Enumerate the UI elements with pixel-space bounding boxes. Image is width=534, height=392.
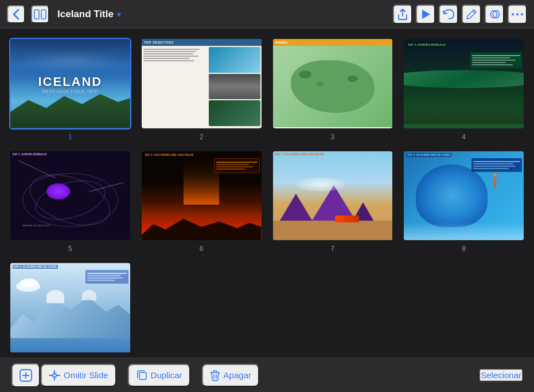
duplicate-label: Duplicar — [151, 370, 182, 380]
diamond-button[interactable] — [485, 5, 504, 24]
slide-item-8[interactable]: DAY 3: GLACIERS AND ICE CAVES — [403, 150, 525, 253]
svg-marker-2 — [422, 10, 430, 19]
slide-thumbnail-7: DAY 2: VOLCANOES AND LAVA FIELDS — [272, 150, 394, 242]
svg-point-7 — [521, 13, 523, 15]
slide-number-1: 1 — [68, 133, 72, 141]
slides-grid: ICELAND REYKJAVIK FIELD TRIP 1 TRIP OBJE… — [0, 29, 534, 358]
slide-item-6[interactable]: DAY 2: VOLCANOES AND LAVA FIELDS 6 — [141, 150, 263, 253]
slide-thumbnail-4: DAY 1: AURORA BOREALIS — [403, 38, 525, 130]
slide-item-9[interactable]: DAY 3: GLACIERS AND ICE CAVES — [9, 262, 131, 358]
svg-point-6 — [516, 13, 519, 15]
panel-toggle-button[interactable] — [31, 5, 49, 23]
bottom-center-actions: Omitir Slide Duplicar Apagar — [40, 364, 260, 387]
top-navigation: Iceland Title ▾ — [0, 0, 534, 29]
omit-slide-label: Omitir Slide — [64, 370, 108, 380]
toolbar-right — [393, 5, 527, 24]
slide-thumbnail-1: ICELAND REYKJAVIK FIELD TRIP — [9, 38, 131, 130]
select-button[interactable]: Selecionar — [480, 369, 523, 381]
more-button[interactable] — [508, 5, 527, 24]
select-label: Selecionar — [481, 370, 521, 380]
slide-number-5: 5 — [68, 245, 72, 253]
slide-thumbnail-2: TRIP OBJECTIVES — [141, 38, 263, 130]
slide-number-2: 2 — [200, 133, 204, 141]
share-button[interactable] — [393, 5, 412, 24]
add-slide-button[interactable] — [11, 363, 40, 387]
slide-item-3[interactable]: AGENDA 3 — [272, 38, 394, 141]
title-area[interactable]: Iceland Title ▾ — [57, 9, 121, 20]
slide-number-8: 8 — [462, 245, 466, 253]
svg-rect-1 — [41, 10, 46, 19]
svg-rect-0 — [34, 10, 39, 19]
slide-thumbnail-6: DAY 2: VOLCANOES AND LAVA FIELDS — [141, 150, 263, 242]
slide-item-4[interactable]: DAY 1: AURORA BOREALIS 4 — [403, 38, 525, 141]
play-button[interactable] — [416, 5, 435, 24]
slide-thumbnail-9: DAY 3: GLACIERS AND ICE CAVES — [9, 262, 131, 354]
slide-thumbnail-8: DAY 3: GLACIERS AND ICE CAVES — [403, 150, 525, 242]
slide-number-6: 6 — [200, 245, 204, 253]
slide-item-1[interactable]: ICELAND REYKJAVIK FIELD TRIP 1 — [9, 38, 131, 141]
annotate-button[interactable] — [462, 5, 481, 24]
bottom-bar: Omitir Slide Duplicar Apagar Selecionar — [0, 358, 534, 392]
slide-item-5[interactable]: DAY 1: AURORA BOREALIS WHERE ARE YOU LIK… — [9, 150, 131, 253]
duplicate-button[interactable]: Duplicar — [128, 364, 190, 387]
undo-button[interactable] — [439, 5, 458, 24]
delete-button[interactable]: Apagar — [202, 364, 259, 387]
slide-thumbnail-3: AGENDA — [272, 38, 394, 130]
slide-number-9: 9 — [68, 357, 72, 358]
presentation-title: Iceland Title — [57, 9, 114, 20]
slide-number-7: 7 — [331, 245, 335, 253]
back-button[interactable] — [7, 5, 25, 23]
slide-item-2[interactable]: TRIP OBJECTIVES — [141, 38, 263, 141]
delete-label: Apagar — [224, 370, 251, 380]
slide-number-3: 3 — [331, 133, 335, 141]
slide-number-4: 4 — [462, 133, 466, 141]
svg-rect-10 — [139, 373, 146, 379]
title-chevron-icon: ▾ — [117, 10, 121, 19]
omit-slide-button[interactable]: Omitir Slide — [41, 364, 116, 387]
slide-item-7[interactable]: DAY 2: VOLCANOES AND LAVA FIELDS 7 — [272, 150, 394, 253]
svg-point-5 — [512, 13, 514, 15]
slide-thumbnail-5: DAY 1: AURORA BOREALIS WHERE ARE YOU LIK… — [9, 150, 131, 242]
